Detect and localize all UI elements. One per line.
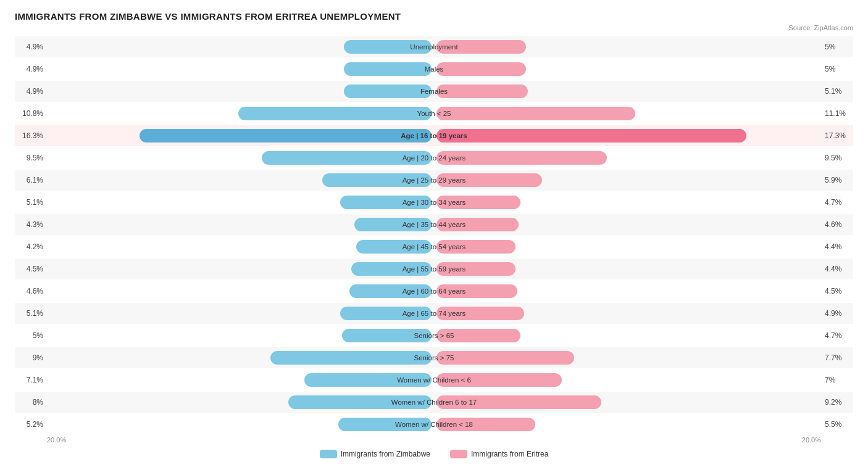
chart-row: 5.1% Age | 30 to 34 years 4.7% xyxy=(15,192,853,213)
bars-center: Age | 35 to 44 years xyxy=(47,214,821,235)
left-value: 4.5% xyxy=(15,265,47,273)
chart-row: 10.8% Youth < 25 11.1% xyxy=(15,103,853,124)
chart-row: 16.3% Age | 16 to 19 years 17.3% xyxy=(15,125,853,146)
left-value: 5.1% xyxy=(15,309,47,318)
left-value: 6.1% xyxy=(15,176,47,184)
left-value: 10.8% xyxy=(15,109,47,118)
chart-row: 4.6% Age | 60 to 64 years 4.5% xyxy=(15,281,853,302)
left-value: 5.2% xyxy=(15,420,47,429)
chart-row: 4.9% Males 5% xyxy=(15,59,853,80)
chart-row: 9% Seniors > 75 7.7% xyxy=(15,347,853,368)
legend-label-zimbabwe: Immigrants from Zimbabwe xyxy=(341,450,430,458)
right-value: 4.9% xyxy=(821,309,853,318)
chart-row: 7.1% Women w/ Children < 6 7% xyxy=(15,370,853,391)
right-value: 9.5% xyxy=(821,154,853,162)
legend-item-eritrea: Immigrants from Eritrea xyxy=(450,450,548,458)
left-value: 5% xyxy=(15,331,47,340)
bars-center: Women w/ Children < 6 xyxy=(47,370,821,391)
axis-left: 20.0% xyxy=(47,436,66,444)
bars-center: Age | 20 to 24 years xyxy=(47,147,821,168)
chart-row: 5% Seniors > 65 4.7% xyxy=(15,325,853,346)
left-value: 7.1% xyxy=(15,376,47,384)
left-value: 4.2% xyxy=(15,242,47,251)
left-value: 4.9% xyxy=(15,65,47,73)
bars-center: Females xyxy=(47,81,821,102)
legend-item-zimbabwe: Immigrants from Zimbabwe xyxy=(320,450,430,458)
left-value: 8% xyxy=(15,398,47,407)
chart-row: 5.1% Age | 65 to 74 years 4.9% xyxy=(15,303,853,324)
right-value: 5.1% xyxy=(821,87,853,96)
left-value: 4.6% xyxy=(15,287,47,295)
chart-row: 4.9% Females 5.1% xyxy=(15,81,853,102)
right-value: 7.7% xyxy=(821,353,853,362)
chart-row: 5.2% Women w/ Children < 18 5.5% xyxy=(15,414,853,435)
legend-label-eritrea: Immigrants from Eritrea xyxy=(471,450,548,458)
bars-center: Age | 45 to 54 years xyxy=(47,236,821,257)
chart-container: IMMIGRANTS FROM ZIMBABWE VS IMMIGRANTS F… xyxy=(0,0,868,467)
bars-center: Age | 25 to 29 years xyxy=(47,170,821,191)
bars-center: Age | 16 to 19 years xyxy=(47,125,821,146)
chart-row: 4.3% Age | 35 to 44 years 4.6% xyxy=(15,214,853,235)
right-value: 7% xyxy=(821,376,853,384)
chart-area: 4.9% Unemployment 5% 4.9% Males 5% 4.9% xyxy=(15,36,853,435)
bottom-axis: 20.0% 20.0% xyxy=(15,436,853,444)
chart-row: 4.5% Age | 55 to 59 years 4.4% xyxy=(15,258,853,279)
chart-row: 8% Women w/ Children 6 to 17 9.2% xyxy=(15,392,853,413)
chart-row: 4.2% Age | 45 to 54 years 4.4% xyxy=(15,236,853,257)
bars-center: Males xyxy=(47,59,821,80)
right-value: 4.4% xyxy=(821,265,853,273)
left-value: 4.9% xyxy=(15,43,47,51)
left-value: 16.3% xyxy=(15,131,47,140)
chart-row: 9.5% Age | 20 to 24 years 9.5% xyxy=(15,147,853,168)
left-value: 5.1% xyxy=(15,198,47,207)
bars-center: Age | 65 to 74 years xyxy=(47,303,821,324)
right-value: 11.1% xyxy=(821,109,853,118)
bars-center: Seniors > 75 xyxy=(47,347,821,368)
left-value: 4.9% xyxy=(15,87,47,96)
right-value: 4.7% xyxy=(821,198,853,207)
right-value: 4.5% xyxy=(821,287,853,295)
bars-center: Unemployment xyxy=(47,36,821,57)
legend-swatch-pink xyxy=(450,450,467,458)
bars-center: Women w/ Children < 18 xyxy=(47,414,821,435)
bars-center: Women w/ Children 6 to 17 xyxy=(47,392,821,413)
right-value: 5.9% xyxy=(821,176,853,184)
left-value: 9.5% xyxy=(15,154,47,162)
bars-center: Age | 30 to 34 years xyxy=(47,192,821,213)
right-value: 5.5% xyxy=(821,420,853,429)
right-value: 9.2% xyxy=(821,398,853,407)
bars-center: Youth < 25 xyxy=(47,103,821,124)
left-value: 9% xyxy=(15,353,47,362)
right-value: 17.3% xyxy=(821,131,853,140)
bars-center: Age | 55 to 59 years xyxy=(47,258,821,279)
right-value: 5% xyxy=(821,65,853,73)
chart-title: IMMIGRANTS FROM ZIMBABWE VS IMMIGRANTS F… xyxy=(15,11,853,22)
left-value: 4.3% xyxy=(15,220,47,229)
legend: Immigrants from Zimbabwe Immigrants from… xyxy=(15,450,853,458)
chart-row: 6.1% Age | 25 to 29 years 5.9% xyxy=(15,170,853,191)
bars-center: Seniors > 65 xyxy=(47,325,821,346)
right-value: 5% xyxy=(821,43,853,51)
right-value: 4.7% xyxy=(821,331,853,340)
source-label: Source: ZipAtlas.com xyxy=(15,24,853,31)
right-value: 4.4% xyxy=(821,242,853,251)
chart-row: 4.9% Unemployment 5% xyxy=(15,36,853,57)
right-value: 4.6% xyxy=(821,220,853,229)
bars-center: Age | 60 to 64 years xyxy=(47,281,821,302)
axis-right: 20.0% xyxy=(802,436,821,444)
legend-swatch-blue xyxy=(320,450,337,458)
